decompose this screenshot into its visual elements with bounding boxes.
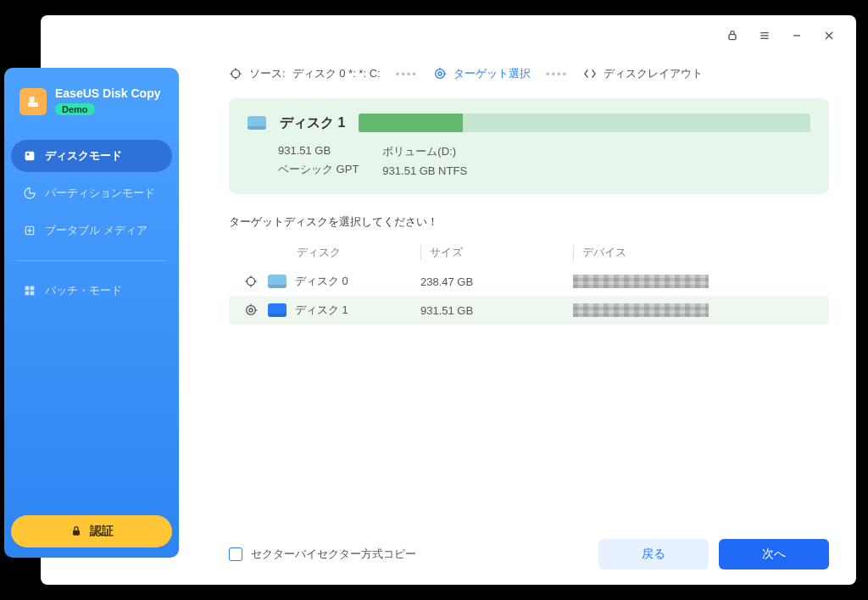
- brand: EaseUS Disk Copy Demo: [11, 80, 172, 116]
- main-content: ソース: ディスク 0 *: *: C: •••• ターゲット選択 •••• デ…: [202, 56, 856, 585]
- table-header: ディスク サイズ デバイス: [229, 238, 829, 267]
- menu-icon[interactable]: [749, 20, 780, 51]
- crosshair-icon: [229, 67, 242, 81]
- step-source-value: ディスク 0 *: *: C:: [292, 66, 381, 81]
- app-icon: [19, 88, 47, 115]
- back-button[interactable]: 戻る: [598, 539, 709, 569]
- row-disk-size: 931.51 GB: [420, 304, 573, 317]
- checkbox-icon: [229, 547, 242, 561]
- th-device: デバイス: [573, 245, 824, 260]
- disk-icon: [268, 303, 287, 317]
- nav: ディスクモード パーティションモード ブータブル メディア バッチ・モード: [11, 140, 172, 307]
- target-marker-icon: [234, 303, 268, 317]
- table-row[interactable]: ディスク 1 931.51 GB: [229, 296, 829, 325]
- app-title: EaseUS Disk Copy: [55, 86, 161, 100]
- svg-point-16: [247, 277, 254, 285]
- batch-icon: [23, 284, 36, 297]
- auth-label: 認証: [90, 524, 114, 539]
- sidebar-item-label: ディスクモード: [45, 148, 122, 164]
- svg-rect-35: [73, 531, 80, 536]
- disk-icon: [248, 116, 266, 130]
- svg-point-21: [247, 306, 256, 315]
- step-dots-2: ••••: [546, 68, 568, 81]
- row-disk-size: 238.47 GB: [420, 275, 573, 288]
- svg-rect-27: [27, 153, 30, 156]
- sidebar-item-batch-mode[interactable]: バッチ・モード: [11, 275, 172, 307]
- disk-mode-icon: [23, 149, 36, 163]
- table-row[interactable]: ディスク 0 238.47 GB: [229, 267, 829, 296]
- disk-usage-fill: [359, 114, 463, 132]
- svg-point-12: [436, 69, 445, 79]
- selected-disk-size: 931.51 GB: [278, 144, 359, 157]
- next-button[interactable]: 次へ: [719, 539, 829, 569]
- layout-icon: [583, 67, 597, 81]
- sidebar-item-label: パーティションモード: [45, 186, 155, 201]
- svg-rect-26: [25, 152, 35, 161]
- target-icon: [433, 67, 447, 81]
- selected-disk-volume-detail: 931.51 GB NTFS: [382, 164, 467, 177]
- svg-rect-34: [31, 292, 35, 296]
- row-device-obscured: [573, 303, 709, 317]
- selected-disk-type: ベーシック GPT: [278, 162, 359, 177]
- step-target-label: ターゲット選択: [453, 66, 531, 81]
- step-layout[interactable]: ディスクレイアウト: [583, 66, 703, 81]
- sidebar-item-partition-mode[interactable]: パーティションモード: [11, 177, 172, 209]
- svg-rect-0: [729, 35, 736, 40]
- svg-point-7: [231, 69, 239, 77]
- step-layout-label: ディスクレイアウト: [604, 66, 703, 81]
- sidebar-item-bootable-media[interactable]: ブータブル メディア: [11, 214, 172, 247]
- titlebar: [41, 15, 856, 56]
- svg-rect-33: [25, 292, 30, 296]
- demo-badge: Demo: [55, 103, 95, 115]
- sidebar-item-disk-mode[interactable]: ディスクモード: [11, 140, 172, 172]
- svg-rect-25: [28, 102, 38, 106]
- svg-rect-32: [31, 286, 35, 291]
- lock-icon[interactable]: [717, 20, 748, 51]
- sidebar-item-label: バッチ・モード: [45, 283, 122, 298]
- minimize-button[interactable]: [782, 20, 812, 51]
- row-disk-name: ディスク 1: [295, 303, 348, 318]
- checkbox-label: セクターバイセクター方式コピー: [251, 547, 416, 562]
- footer: セクターバイセクター方式コピー 戻る 次へ: [229, 524, 829, 569]
- target-prompt: ターゲットディスクを選択してください！: [229, 214, 829, 230]
- row-disk-name: ディスク 0: [295, 274, 348, 289]
- th-size: サイズ: [420, 245, 573, 260]
- partition-icon: [23, 186, 36, 200]
- bootable-icon: [23, 224, 36, 237]
- auth-button[interactable]: 認証: [11, 515, 172, 547]
- sidebar-item-label: ブータブル メディア: [45, 223, 147, 238]
- step-source[interactable]: ソース: ディスク 0 *: *: C:: [229, 66, 381, 81]
- sector-copy-checkbox[interactable]: セクターバイセクター方式コピー: [229, 547, 416, 562]
- step-dots: ••••: [396, 68, 418, 81]
- close-button[interactable]: [814, 20, 844, 51]
- th-disk: ディスク: [268, 245, 420, 260]
- svg-point-22: [249, 308, 253, 312]
- source-marker-icon: [234, 275, 268, 288]
- disk-usage-bar: [359, 114, 810, 132]
- step-bar: ソース: ディスク 0 *: *: C: •••• ターゲット選択 •••• デ…: [229, 66, 829, 81]
- svg-point-13: [438, 72, 442, 75]
- disk-table: ディスク サイズ デバイス ディスク 0 238.47 GB ディスク 1 93…: [229, 238, 829, 325]
- selected-disk-card: ディスク 1 931.51 GB ベーシック GPT ボリューム(D:) 931…: [229, 98, 829, 194]
- selected-disk-name: ディスク 1: [280, 114, 345, 132]
- lock-icon: [70, 525, 83, 538]
- disk-icon: [268, 275, 287, 288]
- step-target[interactable]: ターゲット選択: [433, 66, 531, 81]
- selected-disk-volume-label: ボリューム(D:): [382, 144, 467, 159]
- svg-rect-31: [25, 286, 30, 291]
- sidebar: EaseUS Disk Copy Demo ディスクモード パーティションモード…: [4, 68, 179, 558]
- nav-separator: [16, 260, 167, 261]
- step-source-prefix: ソース:: [249, 66, 286, 81]
- row-device-obscured: [573, 275, 709, 288]
